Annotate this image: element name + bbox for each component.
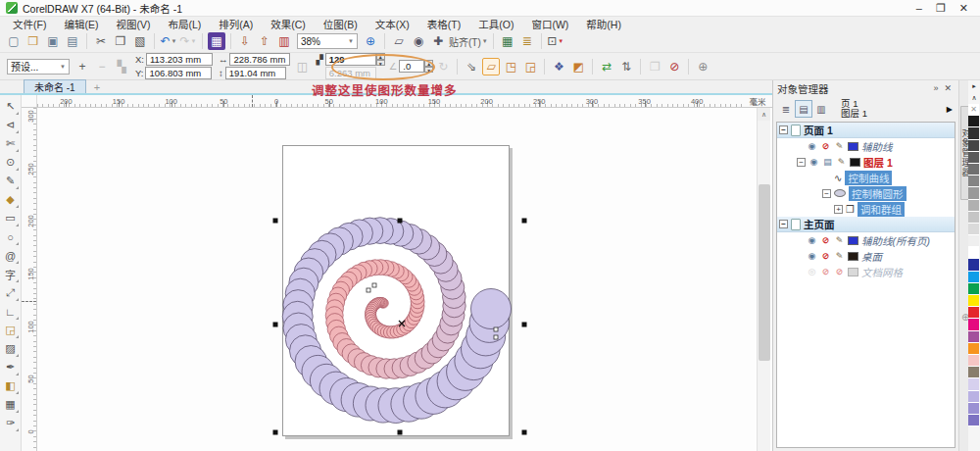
noprint-icon[interactable]: ⊘ <box>820 141 831 151</box>
ruler-origin-corner[interactable] <box>22 95 37 107</box>
snap-crosshair-button[interactable]: ✚ <box>429 32 447 50</box>
print-icon[interactable]: ▤ <box>822 157 833 167</box>
color-swatch[interactable] <box>968 283 979 295</box>
color-swatch[interactable] <box>968 319 979 330</box>
menu-help[interactable]: 帮助(H) <box>577 17 630 31</box>
color-swatch[interactable] <box>968 187 979 199</box>
expander-icon[interactable]: − <box>797 158 806 167</box>
expander-icon[interactable]: − <box>779 220 788 228</box>
options-button[interactable]: ▦ <box>499 32 516 50</box>
clear-blend-button[interactable]: ⊘ <box>665 58 683 75</box>
layer-color-swatch[interactable] <box>848 268 858 276</box>
eye-icon[interactable]: ◉ <box>807 141 817 151</box>
color-swatch[interactable] <box>968 224 979 235</box>
pick-tool[interactable]: ↖ <box>2 97 20 116</box>
remove-preset-button[interactable]: − <box>93 58 111 75</box>
pencil-icon[interactable]: ✎ <box>834 235 845 245</box>
object-width-field[interactable]: 228.786 mm <box>229 53 290 66</box>
tree-row-document-grid[interactable]: ◎⊘⊘文档网格 <box>777 264 955 279</box>
color-swatch[interactable] <box>968 140 979 152</box>
menu-arrange[interactable]: 排列(A) <box>210 17 262 31</box>
expander-icon[interactable]: − <box>779 125 788 134</box>
pencil-icon[interactable]: ✎ <box>836 157 847 167</box>
layer-color-swatch[interactable] <box>848 252 858 261</box>
color-swatch[interactable] <box>968 212 979 224</box>
copy-blend-properties-button[interactable]: ❐ <box>646 58 663 75</box>
tree-row-layer-1[interactable]: −◉▤✎图层 1 <box>777 154 955 170</box>
tree-row-guides-layer[interactable]: ◉⊘✎辅助线 <box>777 138 955 154</box>
rectangle-tool[interactable]: ▭ <box>2 209 20 227</box>
mesh-fill-tool[interactable]: ▦ <box>2 395 20 414</box>
color-swatch[interactable] <box>968 272 979 283</box>
cut-button[interactable]: ✂ <box>92 32 110 50</box>
noprint-icon[interactable]: ⊘ <box>820 267 831 276</box>
layer-color-swatch[interactable] <box>848 236 858 245</box>
blend-spiral-object[interactable] <box>37 108 772 451</box>
y-position-field[interactable]: 106.803 mm <box>145 67 212 79</box>
no-color-swatch[interactable] <box>968 104 979 116</box>
blend-angle-spinner[interactable]: ▲▼ <box>424 60 433 73</box>
start-end-objects-button[interactable]: ⇄ <box>598 58 615 75</box>
menu-table[interactable]: 表格(T) <box>418 17 469 31</box>
pencil-icon[interactable]: ✎ <box>834 141 845 151</box>
selection-handle[interactable] <box>273 219 278 224</box>
menu-file[interactable]: 文件(F) <box>4 17 55 31</box>
save-button[interactable]: ▣ <box>44 32 62 50</box>
counterclockwise-blend-button[interactable]: ◲ <box>521 58 539 75</box>
palette-flyout[interactable]: ▸ <box>968 80 980 92</box>
publish-pdf-button[interactable]: ▥ <box>275 32 293 50</box>
split-blend-button[interactable]: ⇅ <box>617 58 635 75</box>
layer-color-swatch[interactable] <box>848 142 858 151</box>
crop-tool[interactable]: ✄ <box>2 134 20 153</box>
menu-layout[interactable]: 布局(L) <box>159 17 210 31</box>
alignment-guides-button[interactable]: ≣ <box>518 32 536 50</box>
blend-spacing-field[interactable]: 6.263 mm <box>325 67 376 79</box>
open-button[interactable]: ❒ <box>24 32 42 50</box>
menu-view[interactable]: 视图(V) <box>107 17 159 31</box>
zoom-fit-button[interactable]: ⊕ <box>362 32 379 50</box>
freehand-tool[interactable]: ✎ <box>2 172 20 190</box>
blend-steps-spinner[interactable]: ▲▼ <box>376 53 385 66</box>
color-eyedropper-tool[interactable]: ✒ <box>2 358 20 376</box>
paste-button[interactable]: ▧ <box>131 32 149 50</box>
docker-collapse-button[interactable]: » <box>930 83 941 93</box>
selection-handle[interactable] <box>522 323 527 327</box>
menu-window[interactable]: 窗口(W) <box>522 17 577 31</box>
expander-icon[interactable]: − <box>822 189 831 198</box>
eyeoff-icon[interactable]: ◎ <box>807 267 817 276</box>
dimension-tool[interactable]: ⤢ <box>2 283 20 302</box>
copy-button[interactable]: ❐ <box>112 32 129 50</box>
blend-node-marker[interactable] <box>494 335 498 339</box>
blend-node-marker[interactable] <box>372 283 376 287</box>
color-swatch[interactable] <box>968 307 979 319</box>
color-swatch[interactable] <box>968 295 979 307</box>
vertical-scrollbar[interactable]: ∧ <box>757 108 770 451</box>
zoom-level-combo[interactable]: 38%▼ <box>297 33 358 49</box>
color-swatch[interactable] <box>968 343 979 355</box>
tree-row-page-1[interactable]: −页面 1 <box>777 123 955 138</box>
transparency-tool[interactable]: ▨ <box>2 339 20 358</box>
document-tab[interactable]: 未命名 -1 <box>24 79 86 93</box>
color-swatch[interactable] <box>968 367 979 378</box>
color-swatch[interactable] <box>968 415 979 426</box>
blend-angle-field[interactable]: .0 <box>399 60 424 73</box>
connector-tool[interactable]: ∟ <box>2 302 20 321</box>
eye-icon[interactable]: ◉ <box>807 251 817 261</box>
text-tool[interactable]: 字 <box>2 265 20 283</box>
tree-row-guides-all-pages[interactable]: ◉⊘✎辅助线(所有页) <box>777 232 955 248</box>
eye-icon[interactable]: ◉ <box>808 157 819 167</box>
color-swatch[interactable] <box>968 247 979 259</box>
menu-tools[interactable]: 工具(O) <box>469 17 522 31</box>
clockwise-blend-button[interactable]: ◳ <box>502 58 519 75</box>
redo-button[interactable]: ↷▼ <box>179 32 197 50</box>
tree-row-desktop-layer[interactable]: ◉⊘✎桌面 <box>777 248 955 264</box>
ellipse-tool[interactable]: ○ <box>2 227 20 246</box>
color-swatch[interactable] <box>968 331 979 343</box>
selection-handle[interactable] <box>522 219 527 224</box>
color-swatch[interactable] <box>968 127 979 139</box>
menu-text[interactable]: 文本(X) <box>367 17 418 31</box>
color-swatch[interactable] <box>968 391 979 403</box>
docker-close-button[interactable]: ✕ <box>941 83 955 93</box>
blend-node-marker[interactable] <box>494 327 498 331</box>
selection-handle[interactable] <box>273 430 278 435</box>
